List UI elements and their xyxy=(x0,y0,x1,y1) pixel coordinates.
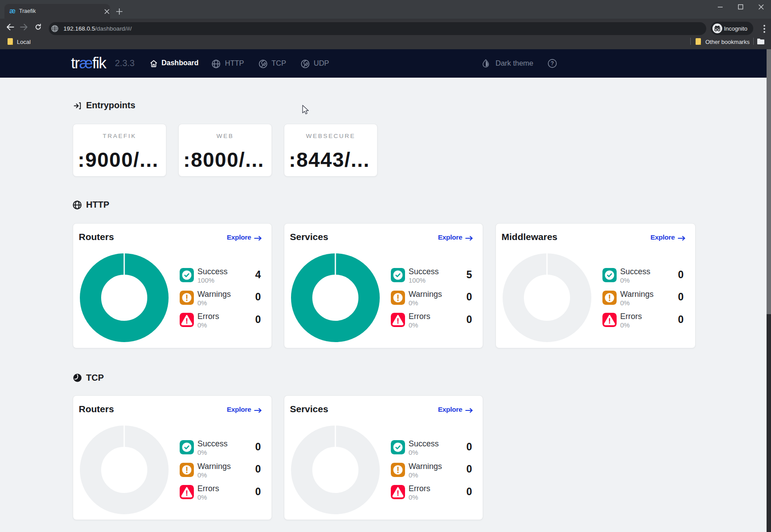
svg-text:?: ? xyxy=(551,60,554,67)
